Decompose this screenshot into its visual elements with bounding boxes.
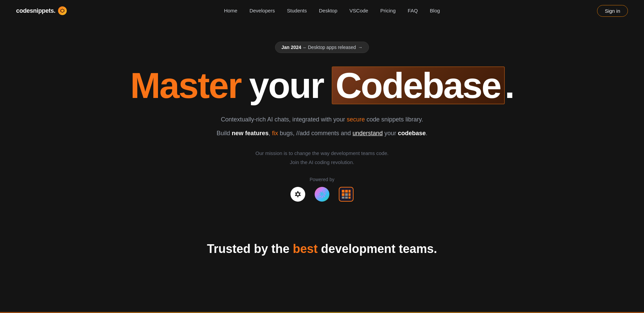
sign-in-button[interactable]: Sign in [597,5,628,17]
powered-by-label: Powered by [310,177,334,182]
svg-rect-14 [342,193,344,196]
nav-links: Home Developers Students Desktop VSCode … [224,8,440,14]
trusted-prefix: Trusted by the [207,242,293,256]
anthropic-icon [315,187,329,202]
announcement-arrow: → [358,45,363,50]
logo-text: codesnippets. [16,7,55,14]
navbar: codesnippets. Home Developers Students D… [0,0,644,21]
bold-new-features: new features [232,130,269,137]
powered-by-section: Powered by [290,177,354,202]
highlight-comment: //add comments [296,130,339,137]
nav-students[interactable]: Students [287,8,307,13]
openai-icon [290,187,305,202]
mistral-icon [339,187,354,202]
hero-headline: Master your Codebase . [130,66,514,104]
headline-period: . [505,66,514,104]
nav-pricing[interactable]: Pricing [380,8,396,13]
hero-subtext-line2: Build new features, fix bugs, //add comm… [217,128,427,139]
svg-rect-16 [348,193,351,196]
hero-subtext-line1: Contextually-rich AI chats, integrated w… [221,114,423,125]
headline-word-your: your [249,66,323,104]
highlight-fix: fix [272,130,278,137]
nav-developers[interactable]: Developers [250,8,275,13]
trusted-title: Trusted by the best development teams. [7,242,637,256]
trusted-highlight: best [293,242,318,256]
svg-rect-18 [345,197,348,199]
svg-rect-11 [342,190,344,193]
logo-link[interactable]: codesnippets. [16,6,67,15]
svg-rect-12 [345,190,348,193]
announcement-pill[interactable]: Jan 2024 – Desktop apps released → [275,42,369,53]
svg-rect-19 [348,197,351,199]
svg-rect-13 [348,190,351,193]
headline-codebase-wrapper: Codebase [332,66,505,104]
bold-codebase: codebase [398,130,426,137]
hero-section: Jan 2024 – Desktop apps released → Maste… [0,21,644,235]
nav-desktop[interactable]: Desktop [319,8,337,13]
hero-mission-text: Our mission is to change the way develop… [256,149,389,167]
announcement-separator: – [303,45,306,50]
headline-word-codebase: Codebase [332,65,505,106]
nav-blog[interactable]: Blog [430,8,440,13]
svg-rect-17 [342,197,344,199]
underline-understand: understand [353,130,383,137]
trusted-section: Trusted by the best development teams. [0,235,644,256]
svg-rect-15 [345,193,348,196]
mission-line1: Our mission is to change the way develop… [256,150,389,156]
headline-word-master: Master [130,66,241,104]
trusted-suffix: development teams. [321,242,437,256]
nav-faq[interactable]: FAQ [408,8,418,13]
highlight-secure: secure [347,116,365,123]
nav-vscode[interactable]: VSCode [350,8,368,13]
nav-home[interactable]: Home [224,8,237,13]
mission-line2: Join the AI coding revolution. [290,159,354,165]
logo-badge-icon [58,6,67,15]
powered-icons-row [290,187,354,202]
announcement-text: Desktop apps released [308,45,356,50]
announcement-date: Jan 2024 [281,45,301,50]
